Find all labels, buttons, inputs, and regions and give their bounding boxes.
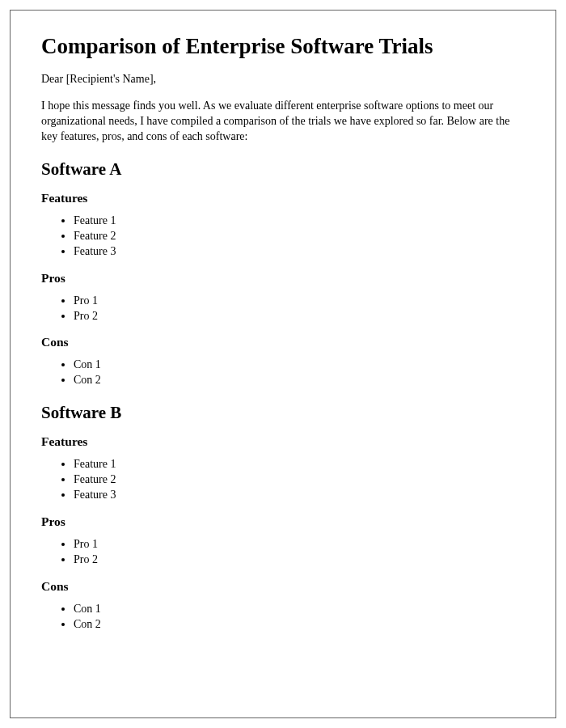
features-subheading: Features <box>41 434 525 449</box>
list-item: Pro 2 <box>74 309 525 324</box>
list-item: Feature 1 <box>74 457 525 472</box>
list-item: Con 1 <box>74 602 525 617</box>
list-item: Con 1 <box>74 358 525 373</box>
software-section-a: Software A Features Feature 1 Feature 2 … <box>41 159 525 388</box>
list-item: Pro 1 <box>74 537 525 552</box>
features-list: Feature 1 Feature 2 Feature 3 <box>41 214 525 260</box>
page-title: Comparison of Enterprise Software Trials <box>41 33 525 59</box>
cons-subheading: Cons <box>41 335 525 349</box>
list-item: Feature 2 <box>74 229 525 244</box>
list-item: Con 2 <box>74 617 525 633</box>
software-heading: Software A <box>41 159 525 180</box>
cons-list: Con 1 Con 2 <box>41 358 525 388</box>
cons-list: Con 1 Con 2 <box>41 602 525 633</box>
features-list: Feature 1 Feature 2 Feature 3 <box>41 457 525 503</box>
intro-paragraph: I hope this message finds you well. As w… <box>41 99 525 145</box>
cons-subheading: Cons <box>41 579 525 594</box>
document-page: Comparison of Enterprise Software Trials… <box>10 10 556 718</box>
pros-subheading: Pros <box>41 514 525 529</box>
list-item: Feature 3 <box>74 488 525 503</box>
list-item: Pro 1 <box>74 294 525 309</box>
pros-list: Pro 1 Pro 2 <box>41 537 525 568</box>
software-section-b: Software B Features Feature 1 Feature 2 … <box>41 403 525 632</box>
list-item: Feature 2 <box>74 472 525 488</box>
software-heading: Software B <box>41 403 525 423</box>
pros-subheading: Pros <box>41 271 525 286</box>
list-item: Pro 2 <box>74 552 525 568</box>
features-subheading: Features <box>41 191 525 205</box>
list-item: Con 2 <box>74 373 525 388</box>
list-item: Feature 3 <box>74 244 525 260</box>
list-item: Feature 1 <box>74 214 525 229</box>
greeting-line: Dear [Recipient's Name], <box>41 72 525 87</box>
pros-list: Pro 1 Pro 2 <box>41 294 525 324</box>
